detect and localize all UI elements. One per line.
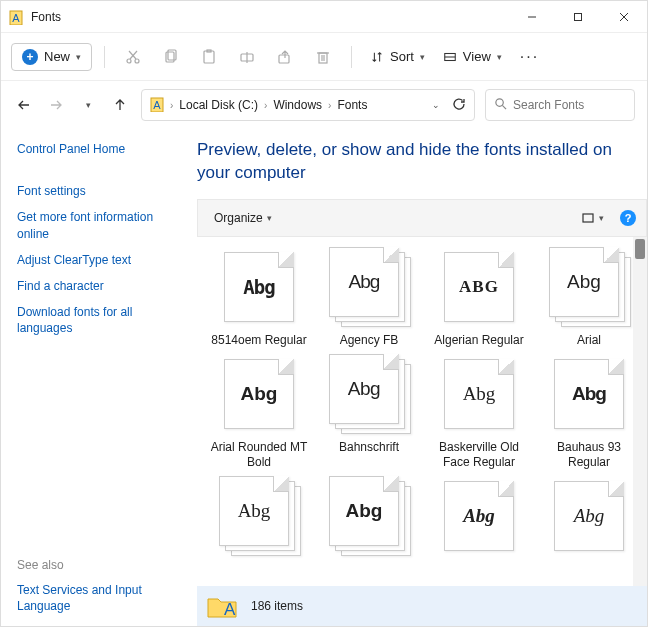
close-button[interactable] <box>601 1 647 33</box>
more-button[interactable]: ··· <box>514 48 545 66</box>
up-button[interactable] <box>109 94 131 116</box>
font-item[interactable]: AbgBlackadder ITC <box>537 476 641 562</box>
chevron-down-icon: ▾ <box>76 52 81 62</box>
svg-rect-16 <box>279 55 289 63</box>
breadcrumb-item[interactable]: Windows <box>271 98 324 112</box>
font-item[interactable]: AbgArial Rounded MT Bold <box>207 354 311 470</box>
font-sample: Abg <box>346 500 383 522</box>
font-sample: ABG <box>459 277 499 297</box>
font-item[interactable]: ABGAlgerian Regular <box>427 247 531 348</box>
font-name: Agency FB <box>340 333 399 348</box>
breadcrumb-item[interactable]: Fonts <box>335 98 369 112</box>
font-thumbnail: Abg <box>329 247 409 327</box>
font-sample: Abg <box>567 271 601 293</box>
font-item[interactable]: AbgBell MT <box>207 476 311 562</box>
search-icon <box>494 97 507 113</box>
svg-line-9 <box>129 51 136 59</box>
copy-button[interactable] <box>155 41 187 73</box>
separator <box>351 46 352 68</box>
font-name: Baskerville Old Face Regular <box>429 440 529 470</box>
font-sample: Abg <box>243 276 274 298</box>
chevron-down-icon[interactable]: ⌄ <box>432 100 440 110</box>
cut-button[interactable] <box>117 41 149 73</box>
font-sample: Abg <box>463 505 495 527</box>
font-thumbnail: Abg <box>329 476 409 556</box>
font-item[interactable]: AbgBauhaus 93 Regular <box>537 354 641 470</box>
organize-button[interactable]: Organize ▾ <box>208 207 278 229</box>
new-button[interactable]: + New ▾ <box>11 43 92 71</box>
font-thumbnail: Abg <box>219 476 299 556</box>
app-icon: A <box>9 9 25 25</box>
paste-button[interactable] <box>193 41 225 73</box>
font-item[interactable]: Abg8514oem Regular <box>207 247 311 348</box>
chevron-down-icon: ▾ <box>599 213 604 223</box>
help-button[interactable]: ? <box>620 210 636 226</box>
scrollbar[interactable] <box>633 237 647 586</box>
font-sample: Abg <box>463 383 496 405</box>
location-icon: A <box>150 96 166 115</box>
svg-rect-3 <box>575 13 582 20</box>
toolbar: + New ▾ Sort ▾ View ▾ ··· <box>1 33 647 81</box>
font-item[interactable]: AbgArial <box>537 247 641 348</box>
minimize-button[interactable] <box>509 1 555 33</box>
window-title: Fonts <box>31 10 509 24</box>
rename-button[interactable] <box>231 41 263 73</box>
font-name: Algerian Regular <box>434 333 523 348</box>
sort-button[interactable]: Sort ▾ <box>364 45 431 68</box>
plus-icon: + <box>22 49 38 65</box>
font-sample: Abg <box>572 383 606 405</box>
maximize-button[interactable] <box>555 1 601 33</box>
folder-icon: A <box>207 593 237 619</box>
font-thumbnail: Abg <box>439 354 519 434</box>
content: Preview, delete, or show and hide the fo… <box>197 129 647 626</box>
chevron-right-icon: › <box>170 100 173 111</box>
layout-button[interactable]: ▾ <box>575 207 610 229</box>
forward-button[interactable] <box>45 94 67 116</box>
page-heading: Preview, delete, or show and hide the fo… <box>197 129 647 199</box>
font-thumbnail: Abg <box>549 354 629 434</box>
font-thumbnail: Abg <box>549 247 629 327</box>
sidebar-link-download-fonts[interactable]: Download fonts for all languages <box>17 304 181 336</box>
font-name: Arial <box>577 333 601 348</box>
sidebar-link-more-info[interactable]: Get more font information online <box>17 209 181 241</box>
scrollbar-thumb[interactable] <box>635 239 645 259</box>
refresh-button[interactable] <box>452 97 466 114</box>
sidebar-link-cleartype[interactable]: Adjust ClearType text <box>17 252 181 268</box>
font-item[interactable]: AbgBernard MT Condensed <box>427 476 531 562</box>
status-count: 186 items <box>251 599 303 613</box>
sidebar-link-text-services[interactable]: Text Services and Input Language <box>17 582 181 614</box>
svg-line-8 <box>130 51 137 59</box>
svg-text:A: A <box>224 600 236 619</box>
font-item[interactable]: AbgBerlin Sans FB <box>317 476 421 562</box>
view-label: View <box>463 49 491 64</box>
sidebar-link-find-character[interactable]: Find a character <box>17 278 181 294</box>
view-button[interactable]: View ▾ <box>437 45 508 68</box>
new-label: New <box>44 49 70 64</box>
font-thumbnail: Abg <box>329 354 409 434</box>
font-sample: Abg <box>238 500 271 522</box>
search-input[interactable]: Search Fonts <box>485 89 635 121</box>
font-thumbnail: ABG <box>439 247 519 327</box>
svg-point-6 <box>127 59 131 63</box>
navigation-row: ▾ A › Local Disk (C:) › Windows › Fonts … <box>1 81 647 129</box>
delete-button[interactable] <box>307 41 339 73</box>
address-bar[interactable]: A › Local Disk (C:) › Windows › Fonts ⌄ <box>141 89 475 121</box>
font-thumbnail: Abg <box>219 354 299 434</box>
sidebar: Control Panel Home Font settings Get mor… <box>1 129 197 626</box>
font-item[interactable]: AbgAgency FB <box>317 247 421 348</box>
sidebar-link-home[interactable]: Control Panel Home <box>17 141 181 157</box>
chevron-right-icon: › <box>264 100 267 111</box>
font-item[interactable]: AbgBaskerville Old Face Regular <box>427 354 531 470</box>
see-also-label: See also <box>17 558 181 572</box>
share-button[interactable] <box>269 41 301 73</box>
font-name: Arial Rounded MT Bold <box>209 440 309 470</box>
sort-label: Sort <box>390 49 414 64</box>
recent-button[interactable]: ▾ <box>77 94 99 116</box>
font-item[interactable]: AbgBahnschrift <box>317 354 421 470</box>
sidebar-link-font-settings[interactable]: Font settings <box>17 183 181 199</box>
svg-text:A: A <box>153 99 161 111</box>
organize-bar: Organize ▾ ▾ ? <box>197 199 647 237</box>
svg-rect-12 <box>204 51 214 63</box>
breadcrumb-item[interactable]: Local Disk (C:) <box>177 98 260 112</box>
back-button[interactable] <box>13 94 35 116</box>
